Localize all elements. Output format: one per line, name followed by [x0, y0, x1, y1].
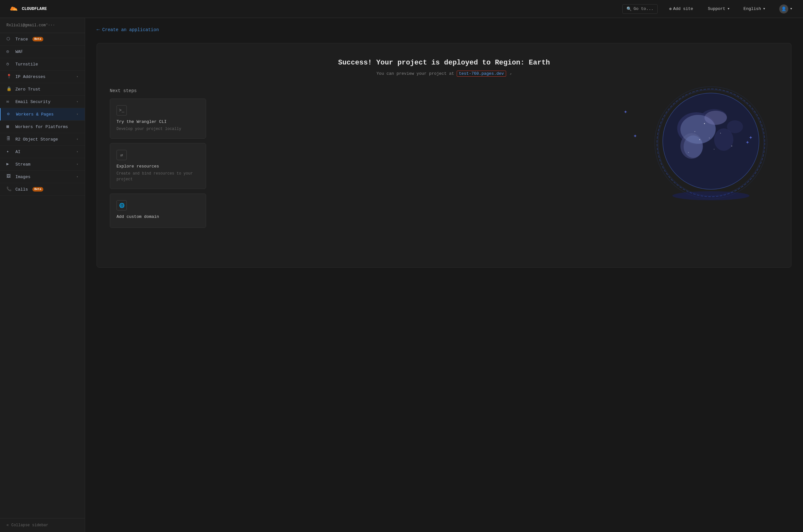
svg-point-11 — [684, 135, 703, 158]
svg-point-10 — [705, 111, 727, 125]
logo-text: CLOUDFLARE — [22, 6, 47, 11]
chevron-down-icon: ▾ — [76, 175, 78, 179]
sidebar-item-label: AI — [15, 150, 21, 154]
preview-link[interactable]: test-760.pages.dev — [457, 71, 506, 77]
sidebar-item-email-security[interactable]: ✉ Email Security ▾ — [0, 96, 85, 108]
chevron-down-icon: ▾ — [76, 112, 78, 116]
svg-point-12 — [704, 123, 705, 124]
step-card-desc: Create and bind resources to your projec… — [116, 171, 199, 182]
step-card-wrangler[interactable]: >_ Try the Wrangler CLI Develop your pro… — [110, 98, 206, 139]
step-card-desc: Develop your project locally — [116, 126, 199, 132]
sidebar-item-label: WAF — [15, 50, 23, 54]
chevron-down-icon: ▾ — [76, 163, 78, 166]
svg-point-13 — [720, 133, 721, 133]
trace-icon: ⬡ — [6, 36, 12, 42]
sidebar-item-stream[interactable]: ▶ Stream ▾ — [0, 158, 85, 171]
chevron-down-icon: ▾ — [76, 137, 78, 141]
collapse-label: Collapse sidebar — [11, 523, 48, 528]
beta-badge: Beta — [33, 37, 43, 41]
svg-point-8 — [727, 120, 743, 133]
svg-point-16 — [694, 131, 695, 132]
svg-point-15 — [714, 149, 714, 150]
calls-icon: 📞 — [6, 186, 12, 192]
chevron-down-icon: ▾ — [76, 150, 78, 154]
chevron-down-icon: ▼ — [763, 7, 765, 11]
sidebar-item-label: Turnstile — [15, 62, 38, 67]
ip-icon: 📍 — [6, 74, 12, 80]
sidebar-item-workers-platforms[interactable]: ▦ Workers for Platforms — [0, 121, 85, 133]
sidebar-item-ip-addresses[interactable]: 📍 IP Addresses ▾ — [0, 71, 85, 83]
sidebar-item-zero-trust[interactable]: 🔒 Zero Trust — [0, 83, 85, 96]
waf-icon: ◎ — [6, 49, 12, 55]
addsite-button[interactable]: ⊕ Add site — [665, 4, 697, 14]
user-menu[interactable]: 👤 ▼ — [776, 3, 795, 15]
step-cards-list: >_ Try the Wrangler CLI Develop your pro… — [110, 98, 206, 228]
logo: CLOUDFLARE — [8, 5, 47, 13]
breadcrumb-link[interactable]: Create an application — [102, 27, 159, 33]
breadcrumb: ← Create an application — [97, 27, 791, 33]
images-icon: 🖼 — [6, 174, 12, 180]
sidebar-item-label: Images — [15, 174, 31, 179]
sidebar-item-trace[interactable]: ⬡ Trace Beta — [0, 33, 85, 45]
search-icon: 🔍 — [627, 6, 632, 12]
beta-badge: Beta — [33, 187, 43, 192]
sparkle-icon: ✦ — [623, 108, 628, 115]
collapse-sidebar-button[interactable]: « Collapse sidebar — [0, 518, 85, 532]
svg-point-2 — [672, 191, 749, 200]
sidebar-item-workers-pages[interactable]: ⚙ Workers & Pages ▾ — [0, 108, 85, 121]
sidebar-item-label: Trace — [15, 37, 28, 42]
success-card: Success! Your project is deployed to Reg… — [97, 43, 791, 268]
chevron-down-icon: ▼ — [728, 7, 729, 11]
goto-button[interactable]: 🔍 Go to... — [622, 4, 658, 14]
workers-icon: ⚙ — [7, 111, 13, 117]
resources-icon: ⇄ — [116, 150, 127, 160]
chevron-down-icon: ▾ — [76, 75, 78, 79]
plus-icon: ⊕ — [669, 6, 672, 12]
sidebar-item-label: IP Addresses — [15, 74, 45, 79]
success-title: Success! Your project is deployed to Reg… — [110, 59, 778, 67]
sparkle-icon: ✦ — [633, 132, 637, 139]
svg-point-17 — [709, 138, 710, 138]
domain-icon: 🌐 — [116, 200, 127, 210]
step-card-title: Explore resources — [116, 164, 199, 169]
sidebar-item-images[interactable]: 🖼 Images ▾ — [0, 171, 85, 183]
sidebar-item-label: Zero Trust — [15, 87, 40, 92]
r2-icon: 🗄 — [6, 136, 12, 142]
language-menu[interactable]: English ▼ — [741, 4, 768, 13]
step-card-domain[interactable]: 🌐 Add custom domain — [110, 193, 206, 228]
step-card-title: Add custom domain — [116, 214, 199, 219]
external-link-icon: ↗ — [510, 72, 511, 76]
sidebar-item-waf[interactable]: ◎ WAF — [0, 45, 85, 58]
sidebar-item-label: Workers & Pages — [16, 112, 54, 117]
sidebar-item-label: Workers for Platforms — [15, 125, 68, 129]
sidebar-item-label: Email Security — [15, 99, 50, 104]
topnav: CLOUDFLARE 🔍 Go to... ⊕ Add site Support… — [0, 0, 803, 18]
ai-icon: ✦ — [6, 149, 12, 155]
svg-point-19 — [688, 152, 689, 153]
chevron-down-icon: ▾ — [76, 100, 78, 103]
sidebar-item-label: R2 Object Storage — [15, 137, 58, 142]
cli-icon: >_ — [116, 105, 127, 115]
svg-point-14 — [699, 139, 700, 140]
email-icon: ✉ — [6, 99, 12, 104]
sidebar-user-email: Rxliuli@gmail.com'··· — [0, 18, 85, 33]
next-steps-title: Next steps — [110, 88, 778, 93]
sidebar-item-label: Calls — [15, 187, 28, 192]
subtitle-prefix: You can preview your project at — [376, 71, 454, 76]
support-menu[interactable]: Support ▼ — [705, 4, 733, 13]
collapse-icon: « — [6, 523, 9, 528]
svg-point-3 — [663, 93, 759, 189]
workers-platforms-icon: ▦ — [6, 124, 12, 130]
sidebar: Rxliuli@gmail.com'··· ⬡ Trace Beta ◎ WAF… — [0, 18, 85, 532]
sidebar-item-r2[interactable]: 🗄 R2 Object Storage ▾ — [0, 133, 85, 146]
globe-illustration: ✦ ✦ ✦ ✦ — [650, 82, 772, 204]
step-card-resources[interactable]: ⇄ Explore resources Create and bind reso… — [110, 143, 206, 189]
svg-point-18 — [731, 146, 732, 147]
sidebar-item-turnstile[interactable]: ◷ Turnstile — [0, 58, 85, 71]
sidebar-item-ai[interactable]: ✦ AI ▾ — [0, 146, 85, 158]
step-card-title: Try the Wrangler CLI — [116, 119, 199, 124]
sidebar-item-calls[interactable]: 📞 Calls Beta — [0, 183, 85, 196]
zero-trust-icon: 🔒 — [6, 86, 12, 92]
back-arrow-icon: ← — [97, 27, 100, 33]
turnstile-icon: ◷ — [6, 61, 12, 67]
